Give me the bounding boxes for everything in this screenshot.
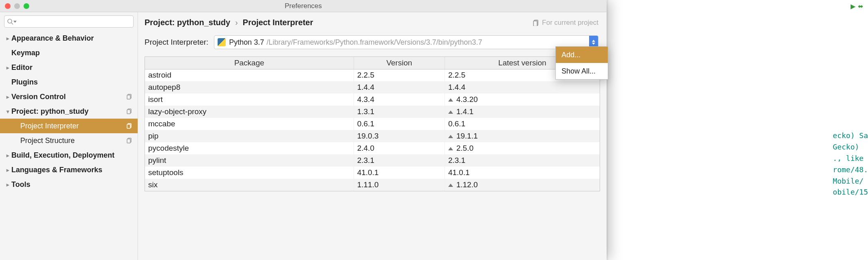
cell-latest: 41.0.1 (445, 167, 600, 179)
cell-version: 19.0.3 (354, 130, 445, 142)
svg-rect-8 (127, 124, 130, 128)
sidebar-item-project-python-study[interactable]: ▾Project: python_study (0, 104, 138, 119)
scope-icon (125, 108, 134, 115)
cell-version: 1.4.4 (354, 81, 445, 93)
cell-package: autopep8 (145, 81, 354, 93)
interpreter-label: Project Interpreter: (145, 38, 208, 47)
interpreter-dropdown[interactable]: Python 3.7 /Library/Frameworks/Python.fr… (214, 35, 598, 49)
table-row[interactable]: autopep81.4.41.4.4 (145, 81, 600, 93)
cell-package: pylint (145, 154, 354, 167)
debug-icon: ⬌ (858, 2, 863, 10)
cell-package: setuptools (145, 167, 354, 179)
popup-item-show-all[interactable]: Show All... (556, 63, 608, 79)
table-row[interactable]: six1.11.01.12.0 (145, 179, 600, 191)
sidebar-item-appearance-behavior[interactable]: ▸Appearance & Behavior (0, 31, 138, 46)
table-row[interactable]: lazy-object-proxy1.3.11.4.1 (145, 106, 600, 118)
scope-icon (125, 93, 134, 100)
sidebar-item-project-interpreter[interactable]: Project Interpreter (0, 119, 138, 133)
cell-latest: 4.3.20 (445, 93, 600, 106)
zoom-button[interactable] (24, 3, 29, 9)
cell-package: lazy-object-proxy (145, 106, 354, 118)
table-row[interactable]: isort4.3.44.3.20 (145, 93, 600, 106)
cell-package: astroid (145, 69, 354, 81)
upgrade-available-icon (448, 147, 453, 150)
search-field[interactable] (4, 15, 134, 28)
breadcrumb-project: Project: python_study (145, 18, 230, 27)
cell-latest: 1.4.4 (445, 81, 600, 93)
table-row[interactable]: pycodestyle2.4.02.5.0 (145, 142, 600, 154)
cell-version: 1.3.1 (354, 106, 445, 118)
svg-rect-4 (127, 95, 130, 99)
content-pane: Project: python_study › Project Interpre… (138, 12, 607, 260)
chevron-right-icon: ▸ (4, 35, 11, 41)
svg-line-1 (11, 23, 13, 24)
cell-package: mccabe (145, 118, 354, 130)
traffic-lights (0, 3, 29, 9)
preferences-window: Preferences ▸Appearance & BehaviorKeymap… (0, 0, 607, 260)
sidebar-item-keymap[interactable]: Keymap (0, 46, 138, 60)
cell-package: six (145, 179, 354, 191)
sidebar-item-label: Project Interpreter (20, 122, 125, 130)
sidebar-item-build-execution-deployment[interactable]: ▸Build, Execution, Deployment (0, 148, 138, 162)
table-row[interactable]: mccabe0.6.10.6.1 (145, 118, 600, 130)
chevron-right-icon: ▸ (4, 65, 11, 71)
minimize-button[interactable] (14, 3, 20, 9)
table-row[interactable]: setuptools41.0.141.0.1 (145, 167, 600, 179)
run-icon: ▶ (851, 2, 855, 10)
cell-package: pycodestyle (145, 142, 354, 154)
scope-icon (125, 123, 134, 129)
close-button[interactable] (5, 3, 11, 9)
python-icon (218, 38, 226, 46)
svg-point-0 (8, 19, 12, 23)
col-package[interactable]: Package (145, 57, 354, 69)
cell-package: isort (145, 93, 354, 106)
sidebar-item-editor[interactable]: ▸Editor (0, 60, 138, 75)
table-row[interactable]: pip19.0.319.1.1 (145, 130, 600, 142)
table-row[interactable]: astroid2.2.52.2.5 (145, 69, 600, 81)
sidebar-item-label: Appearance & Behavior (11, 34, 134, 43)
sidebar-item-label: Project: python_study (11, 107, 125, 116)
sidebar-item-version-control[interactable]: ▸Version Control (0, 89, 138, 104)
search-icon (7, 18, 13, 25)
document-icon (533, 20, 540, 26)
svg-marker-2 (13, 21, 17, 23)
background-code: ecko) Sa Gecko) ., like rome/48. Mobile/… (833, 130, 868, 198)
breadcrumb-separator: › (235, 18, 238, 27)
cell-latest: 1.12.0 (445, 179, 600, 191)
sidebar-item-plugins[interactable]: Plugins (0, 75, 138, 89)
interpreter-name: Python 3.7 (229, 38, 264, 47)
sidebar-item-languages-frameworks[interactable]: ▸Languages & Frameworks (0, 162, 138, 177)
upgrade-available-icon (448, 135, 453, 138)
table-row[interactable]: pylint2.3.12.3.1 (145, 154, 600, 167)
popup-item-add[interactable]: Add... (556, 47, 608, 63)
cell-version: 4.3.4 (354, 93, 445, 106)
cell-version: 2.3.1 (354, 154, 445, 167)
cell-latest: 19.1.1 (445, 130, 600, 142)
cell-version: 1.11.0 (354, 179, 445, 191)
sidebar: ▸Appearance & BehaviorKeymap▸EditorPlugi… (0, 12, 138, 260)
cell-latest: 2.3.1 (445, 154, 600, 167)
sidebar-item-label: Build, Execution, Deployment (11, 151, 134, 160)
svg-rect-12 (533, 21, 537, 26)
svg-rect-6 (127, 110, 130, 114)
background-editor: ▶ ⬌ ecko) Sa Gecko) ., like rome/48. Mob… (608, 0, 868, 260)
sidebar-item-label: Keymap (11, 49, 134, 57)
window-title: Preferences (285, 2, 322, 10)
svg-rect-10 (127, 139, 130, 143)
sidebar-item-project-structure[interactable]: Project Structure (0, 133, 138, 148)
search-input[interactable] (18, 18, 131, 25)
for-current-project-label: For current project (533, 19, 598, 27)
chevron-right-icon: ▸ (4, 182, 11, 188)
sidebar-item-label: Languages & Frameworks (11, 166, 134, 174)
sidebar-item-tools[interactable]: ▸Tools (0, 177, 138, 192)
cell-version: 41.0.1 (354, 167, 445, 179)
cell-version: 2.2.5 (354, 69, 445, 81)
breadcrumb-page: Project Interpreter (243, 18, 313, 27)
breadcrumb: Project: python_study › Project Interpre… (145, 18, 313, 27)
sidebar-item-label: Editor (11, 63, 134, 72)
chevron-down-icon (13, 20, 17, 23)
packages-table: Package Version Latest version astroid2.… (145, 56, 600, 191)
interpreter-settings-popup: Add...Show All... (555, 46, 608, 80)
titlebar: Preferences (0, 0, 607, 12)
col-version[interactable]: Version (354, 57, 445, 69)
